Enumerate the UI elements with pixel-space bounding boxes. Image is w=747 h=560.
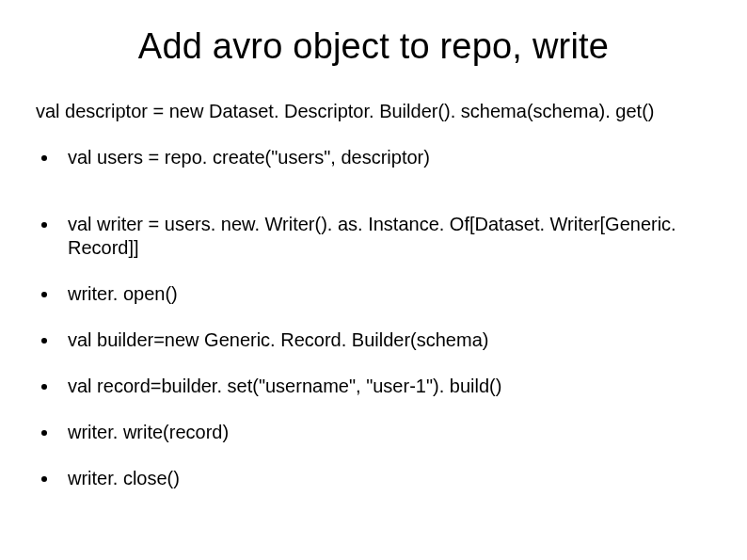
slide: Add avro object to repo, write val descr… [0,0,747,560]
list-item: writer. close() [36,467,711,490]
list-item: val record=builder. set("username", "use… [36,375,711,398]
list-item: writer. open() [36,282,711,306]
list-item: val users = repo. create("users", descri… [36,146,711,169]
list-item: val builder=new Generic. Record. Builder… [36,328,711,352]
slide-title: Add avro object to repo, write [36,26,711,67]
list-item: writer. write(record) [36,421,711,444]
list-item: val writer = users. new. Writer(). as. I… [36,213,711,260]
slide-subline: val descriptor = new Dataset. Descriptor… [36,99,711,123]
bullet-list: val users = repo. create("users", descri… [36,146,711,490]
